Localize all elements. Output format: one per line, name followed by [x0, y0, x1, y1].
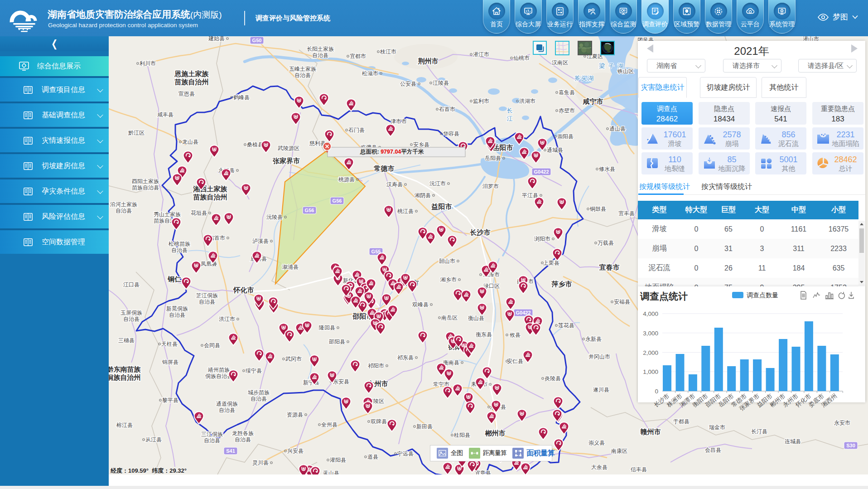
svg-text:0: 0 — [655, 388, 658, 395]
svg-text:平江县: 平江县 — [522, 192, 538, 199]
svg-text:自治县: 自治县 — [116, 208, 132, 214]
svg-text:攸县: 攸县 — [509, 332, 521, 338]
svg-text:G0422: G0422 — [516, 310, 530, 315]
svg-text:秀山土家族: 秀山土家族 — [154, 211, 181, 218]
svg-text:从江县: 从江县 — [145, 436, 162, 443]
svg-text:南康区: 南康区 — [611, 448, 627, 454]
svg-text:武冈市: 武冈市 — [285, 356, 302, 362]
svg-text:益阳市: 益阳市 — [431, 203, 452, 210]
svg-text:莲花县: 莲花县 — [558, 322, 574, 329]
svg-text:祁阳市: 祁阳市 — [368, 363, 384, 369]
svg-text:松桃苗族: 松桃苗族 — [169, 241, 190, 247]
svg-text:灵川县: 灵川县 — [252, 460, 269, 466]
svg-text:会同县: 会同县 — [204, 342, 220, 349]
svg-text:张家界市: 张家界市 — [273, 157, 300, 165]
svg-text:安仁县: 安仁县 — [507, 358, 523, 364]
svg-text:三江侗族: 三江侗族 — [201, 431, 223, 437]
svg-text:嘉鱼县: 嘉鱼县 — [559, 89, 575, 96]
svg-text:4,000: 4,000 — [643, 310, 658, 317]
svg-text:洪江市: 洪江市 — [219, 316, 235, 322]
svg-text:汨罗市: 汨罗市 — [482, 183, 499, 189]
svg-text:黎平县: 黎平县 — [162, 397, 178, 403]
svg-text:自治县: 自治县 — [204, 437, 220, 444]
svg-text:会昌县: 会昌县 — [705, 447, 721, 453]
svg-text:自治县: 自治县 — [294, 72, 311, 78]
svg-text:崇阳县: 崇阳县 — [557, 133, 574, 140]
svg-text:长: 长 — [507, 107, 514, 114]
svg-text:通城县: 通城县 — [547, 147, 563, 153]
svg-text:韶山市: 韶山市 — [439, 258, 455, 264]
svg-text:汉寿县: 汉寿县 — [386, 181, 403, 188]
svg-text:侗族自治州: 侗族自治州 — [109, 373, 141, 381]
svg-text:蓝山县: 蓝山县 — [323, 470, 339, 474]
svg-text:咸宁市: 咸宁市 — [583, 97, 603, 105]
svg-text:永新县: 永新县 — [585, 336, 602, 342]
svg-text:瑞金市: 瑞金市 — [709, 424, 725, 431]
svg-text:梁 子 湖: 梁 子 湖 — [599, 63, 624, 69]
svg-text:遂川县: 遂川县 — [593, 387, 609, 393]
svg-text:2,000: 2,000 — [643, 349, 658, 356]
svg-text:G56: G56 — [305, 208, 314, 213]
svg-text:通山县: 通山县 — [609, 126, 626, 132]
svg-text:自治县: 自治县 — [251, 396, 267, 402]
svg-text:兴安县: 兴安县 — [287, 448, 304, 454]
svg-text:苗族自治州: 苗族自治州 — [193, 193, 227, 201]
svg-text:溆浦县: 溆浦县 — [282, 264, 299, 270]
svg-text:岳阳县: 岳阳县 — [485, 155, 501, 161]
svg-text:新晃侗族: 新晃侗族 — [166, 305, 188, 312]
svg-text:长阳土家族: 长阳土家族 — [307, 46, 334, 52]
svg-text:S30: S30 — [846, 443, 855, 448]
svg-text:宜都市: 宜都市 — [350, 53, 366, 59]
svg-text:道县: 道县 — [367, 454, 378, 460]
svg-text:洪湖市: 洪湖市 — [519, 98, 535, 104]
svg-text:江: 江 — [507, 115, 514, 122]
svg-text:怀化市: 怀化市 — [233, 286, 254, 294]
svg-text:沿河土家族: 沿河土家族 — [110, 201, 137, 208]
svg-text:花垣县: 花垣县 — [191, 210, 207, 216]
svg-text:江口县: 江口县 — [123, 281, 140, 288]
svg-text:萍乡市: 萍乡市 — [551, 280, 572, 288]
svg-text:G0422: G0422 — [534, 169, 549, 174]
svg-text:大余县: 大余县 — [591, 464, 608, 470]
svg-text:祁东县: 祁东县 — [397, 354, 414, 361]
svg-text:湘阴县: 湘阴县 — [414, 192, 431, 199]
svg-text:公安县: 公安县 — [400, 81, 416, 87]
svg-text:安乡县: 安乡县 — [413, 141, 429, 148]
svg-text:3,000: 3,000 — [643, 330, 658, 337]
svg-text:信丰县: 信丰县 — [631, 466, 647, 473]
svg-text:灌阳县: 灌阳县 — [329, 457, 346, 463]
svg-text:五峰土家族: 五峰土家族 — [289, 66, 316, 72]
svg-text:桃江县: 桃江县 — [397, 208, 414, 214]
svg-text:桃源县: 桃源县 — [338, 176, 355, 183]
svg-text:华容县: 华容县 — [443, 131, 459, 137]
svg-text:长沙市: 长沙市 — [470, 228, 491, 236]
svg-text:宜丰县: 宜丰县 — [618, 210, 635, 217]
svg-text:通道侗族: 通道侗族 — [216, 401, 238, 407]
svg-text:赣州市: 赣州市 — [640, 428, 661, 436]
svg-text:咸丰县: 咸丰县 — [157, 111, 174, 118]
svg-text:枝江市: 枝江市 — [380, 48, 396, 55]
svg-text:长汀县: 长汀县 — [751, 428, 767, 435]
svg-text:自治县: 自治县 — [169, 312, 185, 318]
svg-text:总面积: 9797.04平方千米: 总面积: 9797.04平方千米 — [360, 148, 424, 155]
svg-text:井冈山市: 井冈山市 — [588, 353, 610, 360]
svg-text:衡东县: 衡东县 — [476, 331, 492, 338]
svg-text:自治县: 自治县 — [312, 52, 328, 58]
svg-text:南岳区: 南岳区 — [441, 315, 458, 321]
svg-text:建始县: 建始县 — [208, 36, 225, 42]
svg-text:自治县: 自治县 — [171, 247, 188, 253]
svg-text:芷江侗族: 芷江侗族 — [196, 292, 218, 299]
svg-text:沅陵县: 沅陵县 — [266, 214, 283, 220]
svg-text:炎陵县: 炎陵县 — [545, 375, 561, 382]
svg-text:常德市: 常德市 — [374, 165, 395, 172]
svg-text:全州县: 全州县 — [321, 421, 338, 428]
svg-text:苗族自治县: 苗族自治县 — [132, 184, 159, 191]
svg-text:宣恩县: 宣恩县 — [178, 91, 195, 97]
svg-text:利川市: 利川市 — [139, 60, 156, 67]
svg-text:潜江市: 潜江市 — [473, 51, 489, 58]
svg-text:1,000: 1,000 — [643, 368, 658, 375]
svg-text:资源县: 资源县 — [287, 412, 303, 418]
svg-text:邵阳县: 邵阳县 — [328, 339, 345, 345]
svg-text:龙胜各族: 龙胜各族 — [232, 430, 254, 436]
svg-text:城步苗族: 城步苗族 — [248, 389, 270, 396]
